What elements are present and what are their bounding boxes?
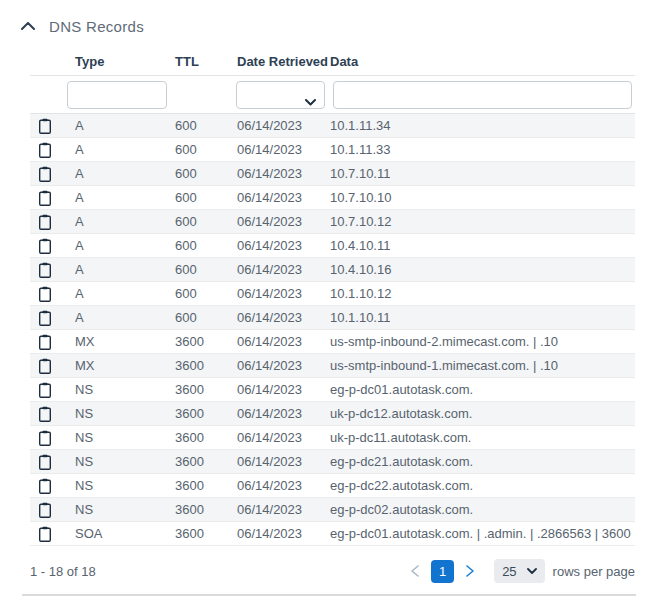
table-row[interactable]: A 600 06/14/2023 10.7.10.11 <box>30 162 635 186</box>
table-row[interactable]: NS 3600 06/14/2023 eg-p-dc22.autotask.co… <box>30 474 635 498</box>
clipboard-copy-icon[interactable] <box>38 478 52 494</box>
cell-type: A <box>67 190 167 205</box>
cell-data: eg-p-dc21.autotask.com. <box>322 454 635 469</box>
row-icon-cell <box>30 406 67 422</box>
clipboard-copy-icon[interactable] <box>38 382 52 398</box>
column-header-date-retrieved: Date Retrieved <box>229 54 322 75</box>
cell-ttl: 600 <box>167 214 229 229</box>
clipboard-copy-icon[interactable] <box>38 358 52 374</box>
cell-ttl: 600 <box>167 166 229 181</box>
table-row[interactable]: MX 3600 06/14/2023 us-smtp-inbound-2.mim… <box>30 330 635 354</box>
row-icon-cell <box>30 262 67 278</box>
row-icon-cell <box>30 190 67 206</box>
clipboard-copy-icon[interactable] <box>38 190 52 206</box>
cell-ttl: 3600 <box>167 502 229 517</box>
table-row[interactable]: NS 3600 06/14/2023 eg-p-dc21.autotask.co… <box>30 450 635 474</box>
cell-data: 10.1.11.33 <box>322 142 635 157</box>
previous-page-button[interactable] <box>405 561 425 581</box>
row-icon-cell <box>30 382 67 398</box>
type-filter-input[interactable] <box>67 81 167 109</box>
cell-date-retrieved: 06/14/2023 <box>229 454 322 469</box>
cell-ttl: 600 <box>167 286 229 301</box>
clipboard-copy-icon[interactable] <box>38 310 52 326</box>
clipboard-copy-icon[interactable] <box>38 142 52 158</box>
cell-data: 10.4.10.16 <box>322 262 635 277</box>
cell-ttl: 600 <box>167 142 229 157</box>
cell-date-retrieved: 06/14/2023 <box>229 262 322 277</box>
clipboard-copy-icon[interactable] <box>38 118 52 134</box>
table-body: A 600 06/14/2023 10.1.11.34 A 600 06/14/… <box>30 114 635 546</box>
clipboard-copy-icon[interactable] <box>38 502 52 518</box>
row-icon-cell <box>30 526 67 542</box>
range-label: 1 - 18 of 18 <box>30 564 96 579</box>
cell-date-retrieved: 06/14/2023 <box>229 526 322 541</box>
clipboard-copy-icon[interactable] <box>38 286 52 302</box>
table-row[interactable]: SOA 3600 06/14/2023 eg-p-dc01.autotask.c… <box>30 522 635 546</box>
cell-date-retrieved: 06/14/2023 <box>229 382 322 397</box>
table-row[interactable]: NS 3600 06/14/2023 uk-p-dc12.autotask.co… <box>30 402 635 426</box>
cell-ttl: 3600 <box>167 334 229 349</box>
column-header-ttl: TTL <box>167 54 229 75</box>
cell-ttl: 3600 <box>167 358 229 373</box>
clipboard-copy-icon[interactable] <box>38 406 52 422</box>
table-row[interactable]: A 600 06/14/2023 10.7.10.10 <box>30 186 635 210</box>
rows-per-page-label: rows per page <box>553 564 635 579</box>
clipboard-copy-icon[interactable] <box>38 238 52 254</box>
date-retrieved-filter-wrap <box>236 81 325 109</box>
table-row[interactable]: A 600 06/14/2023 10.1.10.12 <box>30 282 635 306</box>
table-row[interactable]: A 600 06/14/2023 10.1.10.11 <box>30 306 635 330</box>
cell-date-retrieved: 06/14/2023 <box>229 166 322 181</box>
cell-date-retrieved: 06/14/2023 <box>229 406 322 421</box>
table-row[interactable]: MX 3600 06/14/2023 us-smtp-inbound-1.mim… <box>30 354 635 378</box>
cell-ttl: 3600 <box>167 478 229 493</box>
cell-data: eg-p-dc01.autotask.com. <box>322 382 635 397</box>
cell-type: MX <box>67 334 167 349</box>
clipboard-copy-icon[interactable] <box>38 262 52 278</box>
cell-date-retrieved: 06/14/2023 <box>229 238 322 253</box>
cell-date-retrieved: 06/14/2023 <box>229 334 322 349</box>
rows-per-page-select[interactable]: 25 <box>494 559 544 583</box>
table-row[interactable]: NS 3600 06/14/2023 uk-p-dc11.autotask.co… <box>30 426 635 450</box>
column-header-data: Data <box>322 54 635 75</box>
cell-data: 10.7.10.11 <box>322 166 635 181</box>
cell-data: uk-p-dc11.autotask.com. <box>322 430 635 445</box>
next-page-button[interactable] <box>460 561 480 581</box>
pager-group: 1 25 rows per page <box>405 559 635 583</box>
date-retrieved-filter-select[interactable] <box>236 81 325 109</box>
row-icon-cell <box>30 286 67 302</box>
table-row[interactable]: A 600 06/14/2023 10.4.10.16 <box>30 258 635 282</box>
clipboard-copy-icon[interactable] <box>38 334 52 350</box>
data-filter-input[interactable] <box>333 81 632 109</box>
clipboard-copy-icon[interactable] <box>38 166 52 182</box>
cell-type: NS <box>67 406 167 421</box>
cell-date-retrieved: 06/14/2023 <box>229 142 322 157</box>
clipboard-copy-icon[interactable] <box>38 214 52 230</box>
table-row[interactable]: A 600 06/14/2023 10.7.10.12 <box>30 210 635 234</box>
cell-ttl: 3600 <box>167 526 229 541</box>
row-icon-cell <box>30 334 67 350</box>
table-row[interactable]: A 600 06/14/2023 10.4.10.11 <box>30 234 635 258</box>
cell-data: uk-p-dc12.autotask.com. <box>322 406 635 421</box>
table-row[interactable]: NS 3600 06/14/2023 eg-p-dc01.autotask.co… <box>30 378 635 402</box>
cell-type: NS <box>67 454 167 469</box>
cell-date-retrieved: 06/14/2023 <box>229 190 322 205</box>
clipboard-copy-icon[interactable] <box>38 526 52 542</box>
section-header: DNS Records <box>0 0 658 36</box>
chevron-right-icon <box>466 565 474 577</box>
cell-ttl: 3600 <box>167 406 229 421</box>
collapse-section-button[interactable] <box>20 18 36 34</box>
filter-row <box>30 76 635 114</box>
cell-type: A <box>67 238 167 253</box>
cell-type: MX <box>67 358 167 373</box>
cell-data: us-smtp-inbound-2.mimecast.com. | .10 <box>322 334 635 349</box>
column-header-type: Type <box>67 54 167 75</box>
current-page-button[interactable]: 1 <box>431 560 454 583</box>
clipboard-copy-icon[interactable] <box>38 454 52 470</box>
clipboard-copy-icon[interactable] <box>38 430 52 446</box>
table-row[interactable]: A 600 06/14/2023 10.1.11.33 <box>30 138 635 162</box>
cell-type: SOA <box>67 526 167 541</box>
table-row[interactable]: A 600 06/14/2023 10.1.11.34 <box>30 114 635 138</box>
row-icon-cell <box>30 166 67 182</box>
table-row[interactable]: NS 3600 06/14/2023 eg-p-dc02.autotask.co… <box>30 498 635 522</box>
cell-type: A <box>67 262 167 277</box>
